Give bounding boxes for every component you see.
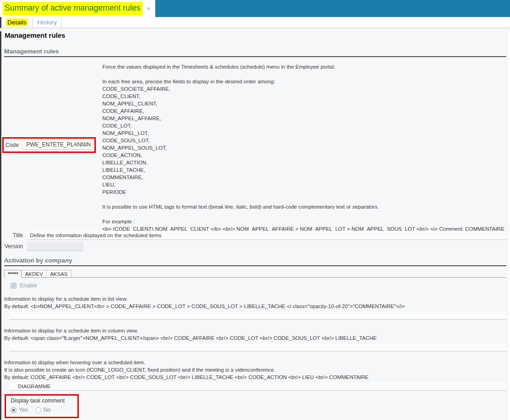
company-tab-akdev[interactable]: AKDEV	[22, 270, 47, 277]
enable-row: ✓ Enable	[11, 282, 510, 289]
section-heading-activation: Activation by company	[4, 257, 506, 266]
column-view-info-text: Information to display for a schedule it…	[4, 327, 510, 342]
column-view-input[interactable]	[10, 344, 510, 351]
title-label: Title	[1, 232, 27, 239]
enable-checkbox-checked-icon[interactable]: ✓	[11, 283, 17, 289]
code-input[interactable]	[23, 140, 92, 150]
tab-details-label: Details	[6, 18, 28, 26]
scrollbar-track[interactable]	[507, 31, 510, 420]
radio-yes-label: Yes	[19, 407, 28, 413]
window-tab-title: Summary of active management rules	[3, 2, 143, 15]
company-tab-strip: ***** AKDEV AKSAS	[4, 270, 506, 278]
display-task-comment-label: Display task comment	[11, 397, 64, 404]
radio-option-no[interactable]: No	[35, 407, 51, 413]
code-label: Code	[6, 142, 23, 148]
radio-unselected-icon[interactable]	[35, 407, 41, 413]
page-title: Management rules	[5, 31, 510, 39]
code-field-annotation: Code	[2, 137, 96, 153]
tab-history[interactable]: History	[33, 17, 62, 28]
close-icon[interactable]: ×	[147, 5, 151, 12]
page-content: Management rules Management rules Force …	[0, 31, 510, 420]
company-tab-aksas[interactable]: AKSAS	[47, 270, 71, 277]
radio-no-label: No	[44, 407, 51, 413]
hover-info-text: Information to display when hovering ove…	[4, 359, 510, 381]
company-tab-default[interactable]: *****	[4, 270, 22, 278]
radio-option-yes[interactable]: Yes	[11, 407, 28, 413]
title-input[interactable]	[27, 231, 506, 240]
radio-selected-icon[interactable]	[11, 407, 17, 413]
window-tab-summary[interactable]: Summary of active management rules ×	[0, 0, 155, 17]
section-heading-management-rules: Management rules	[4, 48, 506, 57]
list-view-input[interactable]	[10, 312, 510, 320]
tab-details[interactable]: Details	[1, 17, 33, 28]
list-view-info-text: Information to display for a schedule it…	[4, 295, 510, 310]
hover-input[interactable]	[10, 383, 510, 391]
enable-label: Enable	[20, 282, 37, 289]
title-field-row: Title	[1, 231, 506, 240]
display-task-comment-radios: Yes No	[11, 407, 64, 413]
rule-description: Force the values displayed in the Timesh…	[102, 63, 510, 240]
tab-history-label: History	[37, 19, 57, 26]
management-rules-form: Force the values displayed in the Timesh…	[1, 57, 510, 254]
version-field-row: Version	[1, 242, 506, 251]
window-tab-bar: Summary of active management rules ×	[0, 0, 510, 17]
display-task-comment-annotation: Display task comment Yes No	[5, 394, 79, 418]
main-tab-strip: Details History	[0, 17, 510, 28]
version-label: Version	[1, 243, 27, 250]
version-input[interactable]	[27, 242, 83, 251]
